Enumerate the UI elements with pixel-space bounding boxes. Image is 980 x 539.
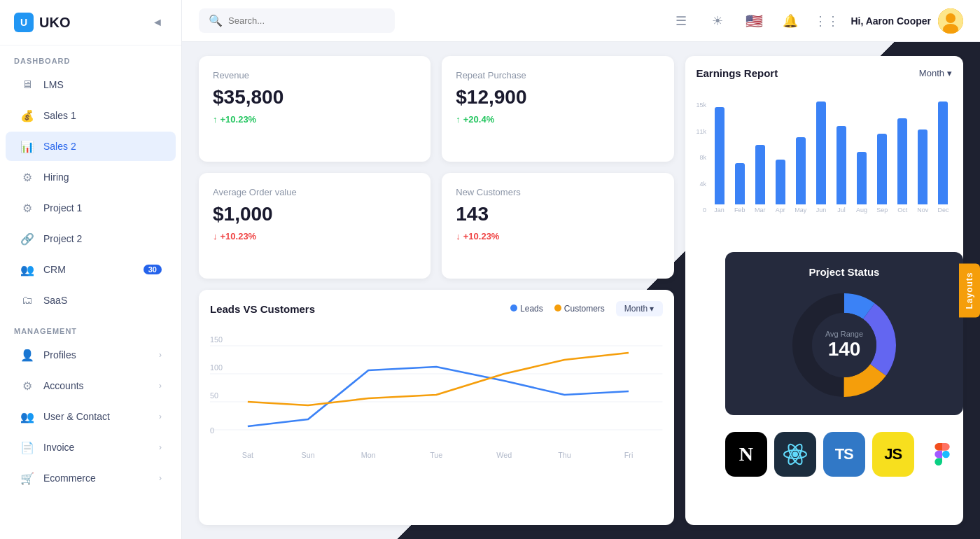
revenue-change: ↑ +10.23%: [213, 114, 416, 125]
sidebar-item-user-contact[interactable]: 👥 User & Contact ›: [6, 402, 176, 431]
sidebar-item-label: Ecommerce: [43, 472, 96, 484]
new-customers-card: New Customers 143 ↓ +10.23%: [442, 173, 673, 279]
tech-icons: N TS JS: [725, 424, 963, 477]
sidebar-item-sales1[interactable]: 💰 Sales 1: [6, 101, 176, 130]
sales1-icon: 💰: [20, 108, 35, 123]
search-input[interactable]: [228, 15, 385, 26]
sidebar: U UKO ◄ DASHBOARD 🖥 LMS 💰 Sales 1 📊 Sale…: [0, 0, 182, 539]
svg-point-23: [792, 451, 798, 457]
avg-order-change: ↓ +10.23%: [213, 231, 416, 241]
bar-group: Oct: [894, 102, 911, 214]
bar-label: Nov: [917, 206, 928, 214]
sidebar-item-saas[interactable]: 🗂 SaaS: [6, 286, 176, 315]
donut-center: Avg Range 140: [825, 330, 863, 360]
svg-text:Tue: Tue: [430, 451, 442, 459]
leads-month-btn[interactable]: Month ▾: [616, 301, 663, 316]
sidebar-item-hiring[interactable]: ⚙ Hiring: [6, 162, 176, 192]
sidebar-item-profiles[interactable]: 👤 Profiles ›: [6, 340, 176, 370]
sidebar-item-accounts[interactable]: ⚙ Accounts ›: [6, 371, 176, 400]
avg-range-label: Avg Range: [825, 330, 863, 338]
up-arrow-icon: ↑: [213, 114, 218, 125]
search-icon: 🔍: [209, 14, 223, 27]
theme-toggle-btn[interactable]: ☀: [705, 8, 730, 34]
sidebar-item-project1[interactable]: ⚙ Project 1: [6, 193, 176, 223]
bar-group: Dec: [934, 102, 952, 214]
bar-group: Apr: [771, 102, 789, 214]
sidebar-item-label: Project 2: [43, 233, 82, 244]
bar: [715, 107, 724, 204]
chevron-icon: ›: [159, 473, 162, 483]
repeat-value: $12,900: [456, 86, 659, 108]
language-btn[interactable]: 🇺🇸: [741, 8, 766, 34]
chevron-icon: ›: [159, 350, 162, 360]
project-status-card: Project Status: [725, 252, 963, 415]
collapse-button[interactable]: ◄: [148, 13, 167, 32]
earnings-header: Earnings Report Month ▾: [696, 67, 953, 79]
leads-header: Leads VS Customers Leads Customers Month…: [210, 301, 663, 316]
sidebar-item-label: User & Contact: [43, 411, 110, 422]
earnings-month-select[interactable]: Month ▾: [919, 68, 952, 78]
bar-label: Sep: [876, 206, 888, 214]
svg-text:Fri: Fri: [624, 451, 634, 459]
y-label: 15k: [696, 102, 707, 108]
sidebar-item-label: Project 1: [43, 202, 82, 214]
bar-group: May: [792, 102, 809, 214]
search-box[interactable]: 🔍: [199, 8, 395, 33]
content-area: Revenue $35,800 ↑ +10.23% Repeat Purchas…: [182, 42, 980, 539]
revenue-value: $35,800: [213, 86, 416, 108]
revenue-card: Revenue $35,800 ↑ +10.23%: [199, 56, 430, 162]
sidebar-item-project2[interactable]: 🔗 Project 2: [6, 224, 176, 253]
header: 🔍 ☰ ☀ 🇺🇸 🔔 ⋮⋮ Hi, Aaron Cooper: [182, 0, 980, 42]
apps-btn[interactable]: ⋮⋮: [814, 8, 839, 34]
accounts-icon: ⚙: [20, 378, 35, 393]
sidebar-item-ecommerce[interactable]: 🛒 Ecommerce ›: [6, 463, 176, 493]
crm-icon: 👥: [20, 262, 35, 277]
bar-group: Jul: [832, 102, 850, 214]
bar-label: Feb: [734, 206, 746, 214]
avg-order-card: Average Order value $1,000 ↓ +10.23%: [199, 173, 430, 279]
leads-title: Leads VS Customers: [210, 303, 315, 315]
sidebar-item-label: LMS: [43, 79, 64, 90]
legend-leads: Leads: [510, 304, 543, 314]
bar-label: Jul: [837, 206, 846, 214]
new-customers-change: ↓ +10.23%: [456, 231, 659, 241]
invoice-icon: 📄: [20, 440, 35, 455]
sidebar-item-label: Invoice: [43, 442, 74, 453]
user-info[interactable]: Hi, Aaron Cooper: [850, 8, 963, 34]
down-arrow-icon: ↓: [213, 231, 218, 241]
svg-text:Wed: Wed: [496, 451, 512, 459]
sidebar-item-crm[interactable]: 👥 CRM 30: [6, 255, 176, 284]
profiles-icon: 👤: [20, 347, 35, 363]
svg-text:0: 0: [210, 427, 214, 435]
dark-panel: Project Status: [725, 252, 963, 477]
bar: [836, 126, 846, 204]
svg-text:50: 50: [210, 392, 218, 400]
notification-btn[interactable]: 🔔: [778, 8, 803, 34]
menu-icon-btn[interactable]: ☰: [668, 8, 694, 34]
react-icon: [774, 432, 816, 477]
bar-label: Mar: [755, 206, 766, 214]
bar-group: Nov: [914, 102, 932, 214]
bar: [816, 102, 826, 204]
figma-icon: [921, 432, 963, 477]
javascript-icon: JS: [872, 432, 914, 477]
sidebar-item-label: SaaS: [43, 295, 67, 306]
bar-chart: 15k 11k 8k 4k 0 JanFebMarAprMayJunJulAug…: [696, 88, 953, 214]
svg-point-1: [946, 13, 955, 23]
bar-label: Jan: [714, 206, 724, 214]
bar: [755, 145, 765, 204]
layouts-button[interactable]: Layouts: [959, 263, 980, 317]
bar: [796, 137, 806, 204]
donut-chart: Avg Range 140: [788, 289, 900, 401]
sidebar-item-invoice[interactable]: 📄 Invoice ›: [6, 433, 176, 462]
chevron-icon: ›: [159, 412, 162, 421]
avatar: [938, 8, 963, 34]
avg-order-value: $1,000: [213, 203, 416, 225]
bar: [735, 163, 745, 204]
bar: [857, 152, 867, 204]
bar-label: May: [794, 206, 806, 214]
section-label-management: MANAGEMENT: [0, 316, 181, 340]
sidebar-item-label: CRM: [43, 264, 66, 275]
sidebar-item-sales2[interactable]: 📊 Sales 2: [6, 132, 176, 161]
sidebar-item-lms[interactable]: 🖥 LMS: [6, 70, 176, 99]
